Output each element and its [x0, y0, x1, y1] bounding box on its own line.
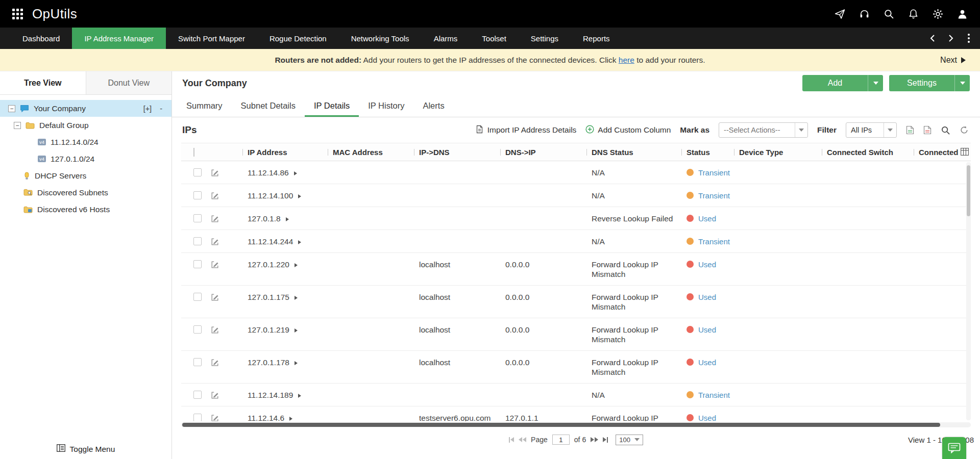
first-page-icon[interactable] — [509, 437, 514, 443]
filter-dropdown[interactable]: All IPs — [846, 122, 897, 138]
tab-ip-history[interactable]: IP History — [359, 95, 413, 117]
expand-row-icon[interactable] — [298, 394, 301, 398]
status-link[interactable]: Used — [698, 413, 716, 421]
refresh-icon[interactable] — [960, 125, 969, 135]
announcement-icon[interactable] — [834, 8, 845, 19]
feedback-chat-button[interactable] — [942, 437, 966, 459]
import-ip-details-button[interactable]: Import IP Address Details — [475, 125, 577, 136]
collapse-icon[interactable]: − — [14, 122, 21, 129]
support-icon[interactable] — [859, 8, 870, 19]
status-link[interactable]: Used — [698, 214, 716, 223]
horizontal-scrollbar-thumb[interactable] — [182, 423, 940, 427]
expand-row-icon[interactable] — [286, 217, 289, 221]
nav-item-dashboard[interactable]: Dashboard — [10, 28, 72, 49]
select-actions-dropdown[interactable]: --Select Actions-- — [719, 122, 808, 138]
edit-icon[interactable] — [211, 169, 219, 177]
nav-item-settings[interactable]: Settings — [519, 28, 571, 49]
tab-donut-view[interactable]: Donut View — [86, 71, 172, 94]
status-link[interactable]: Used — [698, 325, 716, 335]
tree-item-discovered-subnets[interactable]: Discovered Subnets — [0, 184, 172, 201]
status-link[interactable]: Used — [698, 358, 716, 367]
nav-scroll-left-icon[interactable] — [926, 32, 939, 45]
status-link[interactable]: Transient — [698, 237, 730, 246]
settings-button-label[interactable]: Settings — [889, 75, 954, 91]
tab-ip-details[interactable]: IP Details — [305, 95, 359, 117]
export-pdf-icon[interactable] — [923, 125, 932, 135]
expand-row-icon[interactable] — [295, 361, 298, 365]
row-checkbox[interactable] — [193, 293, 202, 301]
edit-icon[interactable] — [211, 293, 219, 301]
add-custom-column-button[interactable]: Add Custom Column — [585, 125, 671, 136]
last-page-icon[interactable] — [603, 437, 608, 443]
apps-grid-icon[interactable] — [12, 9, 23, 19]
row-checkbox[interactable] — [193, 191, 202, 199]
nav-item-rogue-detection[interactable]: Rogue Detection — [257, 28, 339, 49]
tab-summary[interactable]: Summary — [177, 95, 232, 117]
status-link[interactable]: Used — [698, 260, 716, 269]
row-checkbox[interactable] — [193, 358, 202, 366]
user-icon[interactable] — [957, 8, 968, 19]
nav-item-networking-tools[interactable]: Networking Tools — [339, 28, 422, 49]
nav-item-switch-port-mapper[interactable]: Switch Port Mapper — [166, 28, 257, 49]
expand-row-icon[interactable] — [295, 328, 298, 333]
row-checkbox[interactable] — [193, 414, 202, 421]
row-checkbox[interactable] — [193, 168, 202, 176]
horizontal-scrollbar[interactable] — [181, 422, 971, 427]
settings-dropdown-caret[interactable] — [954, 75, 970, 91]
settings-gear-icon[interactable] — [932, 8, 943, 19]
edit-icon[interactable] — [211, 238, 219, 246]
edit-icon[interactable] — [211, 391, 219, 399]
status-link[interactable]: Transient — [698, 390, 730, 400]
status-link[interactable]: Transient — [698, 168, 730, 177]
edit-icon[interactable] — [211, 192, 219, 200]
tree-item-subnet-11-12-14-0[interactable]: v4 11.12.14.0/24 — [0, 134, 172, 150]
nav-item-alarms[interactable]: Alarms — [422, 28, 470, 49]
settings-button[interactable]: Settings — [889, 75, 970, 91]
vertical-scrollbar-thumb[interactable] — [967, 165, 970, 216]
add-dropdown-caret[interactable] — [868, 75, 883, 91]
status-link[interactable]: Used — [698, 292, 716, 302]
edit-icon[interactable] — [211, 359, 219, 367]
banner-next-button[interactable]: Next — [940, 56, 966, 65]
collapse-icon[interactable]: − — [8, 105, 15, 112]
row-checkbox[interactable] — [193, 260, 202, 268]
vertical-scrollbar[interactable] — [966, 162, 971, 420]
select-all-checkbox[interactable] — [193, 148, 194, 157]
nav-overflow-menu-icon[interactable] — [963, 34, 975, 43]
add-button-label[interactable]: Add — [802, 75, 868, 91]
nav-item-toolset[interactable]: Toolset — [470, 28, 519, 49]
status-link[interactable]: Transient — [698, 191, 730, 200]
table-search-icon[interactable] — [941, 125, 950, 135]
notifications-icon[interactable] — [908, 8, 919, 19]
tree-item-subnet-127-0-1-0[interactable]: v4 127.0.1.0/24 — [0, 150, 172, 167]
page-size-dropdown[interactable]: 100 — [616, 435, 643, 445]
page-number-input[interactable] — [552, 435, 570, 445]
tab-alerts[interactable]: Alerts — [413, 95, 453, 117]
expand-row-icon[interactable] — [294, 171, 297, 175]
edit-icon[interactable] — [211, 215, 219, 223]
expand-row-icon[interactable] — [289, 417, 292, 421]
next-page-icon[interactable] — [591, 437, 598, 442]
expand-row-icon[interactable] — [295, 296, 298, 300]
nav-item-reports[interactable]: Reports — [571, 28, 622, 49]
toggle-menu-button[interactable]: Toggle Menu — [0, 444, 172, 454]
tab-tree-view[interactable]: Tree View — [0, 71, 86, 94]
nav-item-ip-address-manager[interactable]: IP Address Manager — [72, 28, 166, 49]
edit-icon[interactable] — [211, 261, 219, 269]
row-checkbox[interactable] — [193, 214, 202, 222]
expand-row-icon[interactable] — [298, 194, 301, 198]
row-checkbox[interactable] — [193, 391, 202, 399]
row-checkbox[interactable] — [193, 325, 202, 334]
expand-row-icon[interactable] — [295, 263, 298, 267]
row-checkbox[interactable] — [193, 237, 202, 245]
export-csv-icon[interactable] — [906, 125, 914, 135]
banner-here-link[interactable]: here — [619, 56, 634, 64]
add-group-control[interactable]: [+] — [143, 105, 152, 113]
tree-item-default-group[interactable]: − Default Group — [0, 117, 172, 134]
tree-item-discovered-v6-hosts[interactable]: Discovered v6 Hosts — [0, 201, 172, 218]
search-icon[interactable] — [883, 8, 894, 19]
previous-page-icon[interactable] — [519, 437, 526, 442]
edit-icon[interactable] — [211, 414, 219, 421]
tab-subnet-details[interactable]: Subnet Details — [232, 95, 305, 117]
tree-item-your-company[interactable]: − Your Company [+] - — [0, 100, 172, 117]
